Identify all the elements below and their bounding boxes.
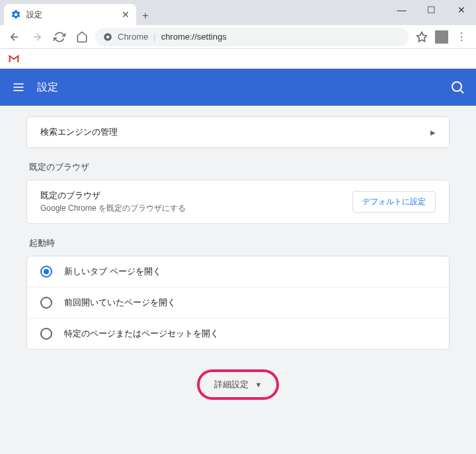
close-window-button[interactable]: ✕ [446,0,476,20]
startup-option-continue[interactable]: 前回開いていたページを開く [27,287,449,318]
chrome-icon [103,32,112,42]
default-browser-card: 既定のブラウザ Google Chrome を既定のブラウザにする デフォルトに… [26,180,450,224]
back-button[interactable] [5,28,24,46]
url-input[interactable]: Chrome | chrome://settings [95,28,409,46]
new-tab-button[interactable]: + [136,7,155,25]
chevron-down-icon: ▼ [255,381,262,389]
row-label: 検索エンジンの管理 [40,126,430,138]
advanced-section: 詳細設定 ▼ [26,369,450,400]
gmail-bookmark-icon[interactable] [8,54,20,63]
chevron-right-icon: ▶ [430,129,436,136]
home-button[interactable] [73,28,91,46]
svg-marker-2 [417,32,427,41]
advanced-settings-button[interactable]: 詳細設定 ▼ [197,369,280,400]
svg-point-1 [106,35,110,38]
hamburger-menu-button[interactable] [11,79,26,95]
svg-point-6 [452,82,461,91]
window-controls: — ☐ ✕ [387,0,476,20]
address-bar: Chrome | chrome://settings ⋮ [0,25,476,49]
section-title-default-browser: 既定のブラウザ [29,161,450,173]
url-path: chrome://settings [161,32,227,42]
forward-button[interactable] [28,28,46,46]
extension-icon[interactable] [435,30,448,44]
close-tab-button[interactable]: ✕ [122,9,130,20]
tab-title: 設定 [26,9,122,20]
manage-search-engines-row[interactable]: 検索エンジンの管理 ▶ [27,117,449,147]
bookmarks-bar [0,49,476,69]
page-title: 設定 [37,81,450,95]
advanced-label: 詳細設定 [214,379,249,391]
browser-menu-button[interactable]: ⋮ [452,30,471,43]
search-icon[interactable] [450,79,465,95]
row-subtitle: Google Chrome を既定のブラウザにする [40,203,352,214]
radio-label: 前回開いていたページを開く [64,297,176,309]
settings-content: 検索エンジンの管理 ▶ 既定のブラウザ 既定のブラウザ Google Chrom… [0,106,476,454]
startup-card: 新しいタブ ページを開く 前回開いていたページを開く 特定のページまたはページセ… [26,256,450,350]
radio-label: 特定のページまたはページセットを開く [64,328,219,340]
maximize-button[interactable]: ☐ [416,0,446,20]
settings-header: 設定 [0,69,476,106]
set-default-button[interactable]: デフォルトに設定 [352,191,436,213]
section-title-startup: 起動時 [29,237,450,249]
url-origin: Chrome [118,32,148,42]
radio-icon [40,297,52,309]
startup-option-specific-pages[interactable]: 特定のページまたはページセットを開く [27,318,449,349]
default-browser-row: 既定のブラウザ Google Chrome を既定のブラウザにする デフォルトに… [27,180,449,223]
radio-label: 新しいタブ ページを開く [64,266,161,278]
url-separator: | [153,32,155,42]
reload-button[interactable] [50,28,69,46]
svg-line-7 [461,91,463,93]
row-title: 既定のブラウザ [40,190,352,202]
browser-tab-settings[interactable]: 設定 ✕ [4,4,136,25]
gear-icon [11,9,21,20]
radio-icon [40,328,52,340]
minimize-button[interactable]: — [387,0,416,20]
search-engine-card: 検索エンジンの管理 ▶ [26,116,450,148]
radio-icon [40,266,52,278]
bookmark-star-button[interactable] [413,28,431,46]
startup-option-new-tab[interactable]: 新しいタブ ページを開く [27,256,449,287]
